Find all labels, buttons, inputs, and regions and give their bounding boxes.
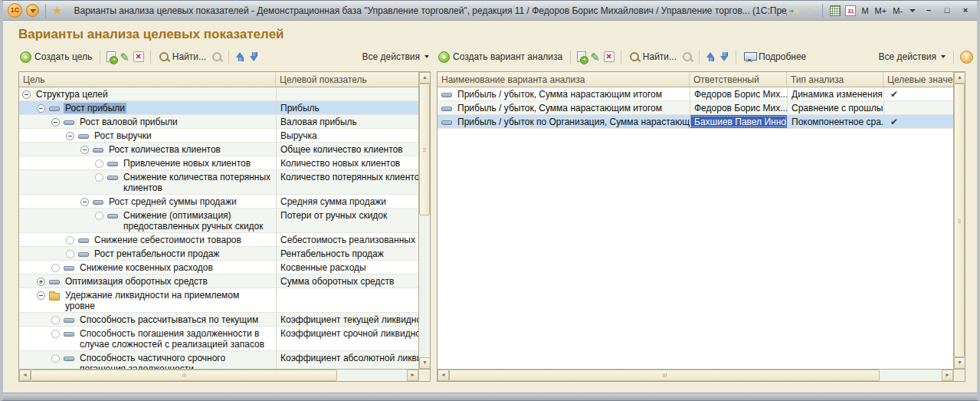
goals-horizontal-scrollbar[interactable]: ◄ ► [19, 369, 418, 381]
move-up-icon[interactable] [706, 51, 716, 62]
column-header-name[interactable]: Наименование варианта анализа [438, 72, 690, 87]
goal-cell[interactable]: Снижение (оптимизация) предоставленных р… [19, 209, 276, 232]
titlebar-more-dropdown-icon[interactable] [910, 9, 916, 12]
scrollbar-track[interactable] [337, 370, 407, 381]
collapse-icon[interactable] [37, 291, 45, 300]
scrollbar-thumb[interactable] [449, 370, 880, 381]
move-down-icon[interactable] [719, 51, 729, 62]
scroll-up-icon[interactable]: ▲ [419, 72, 430, 84]
goal-tree-row[interactable]: Снижение (оптимизация) предоставленных р… [19, 209, 418, 233]
copy-item-icon[interactable] [107, 51, 116, 62]
scrollbar-thumb[interactable] [31, 370, 337, 381]
goal-cell[interactable]: Снижение косвенных расходов [19, 261, 276, 274]
kpi-cell[interactable]: Общее количество клиентов [276, 143, 418, 156]
kpi-cell[interactable]: Средняя сумма продажи [276, 195, 418, 208]
find-button[interactable]: Найти... [628, 51, 678, 63]
goal-tree-row[interactable]: Привлечение новых клиентовКоличество нов… [19, 156, 418, 170]
analysis-type-cell[interactable]: Сравнение с прошлы... [787, 101, 883, 114]
memory-minus-button[interactable]: M- [892, 6, 903, 15]
column-header-target-values[interactable]: Целевые значения [883, 72, 953, 87]
kpi-cell[interactable]: Коэффициент текущей ликвиднос [276, 313, 418, 326]
move-down-icon[interactable] [249, 51, 259, 62]
maximize-button[interactable]: □ [940, 5, 954, 17]
scroll-left-icon[interactable]: ◄ [438, 370, 449, 381]
kpi-cell[interactable]: Коэффициент срочной ликвидност [276, 327, 418, 350]
column-header-type[interactable]: Тип анализа [787, 72, 883, 87]
analysis-horizontal-scrollbar[interactable]: ◄ ► [438, 369, 953, 381]
scroll-right-icon[interactable]: ► [407, 370, 418, 381]
goal-cell[interactable]: Рост выручки [19, 129, 276, 142]
help-button[interactable]: ? [960, 51, 973, 64]
collapse-icon[interactable] [80, 146, 89, 154]
goal-cell[interactable]: Рост валовой прибыли [19, 115, 276, 128]
goals-vertical-scrollbar[interactable]: ▲ ▼ [418, 72, 430, 369]
kpi-cell[interactable]: Косвенные расходы [276, 261, 418, 274]
goal-tree-row[interactable]: Рост средней суммы продажиСредняя сумма … [19, 195, 418, 209]
goal-tree-row[interactable]: Снижение себестоимости товаровСебестоимо… [19, 233, 418, 247]
kpi-cell[interactable]: Рентабельность продаж [276, 247, 418, 260]
calculator-icon[interactable] [830, 5, 841, 16]
system-menu-button[interactable] [26, 4, 39, 17]
goal-cell[interactable]: Снижение себестоимости товаров [19, 233, 276, 246]
kpi-cell[interactable]: Количество новых клиентов [276, 156, 418, 169]
target-values-cell[interactable]: ✔ [883, 115, 953, 128]
kpi-cell[interactable]: Сумма оборотных средств [276, 274, 418, 288]
kpi-cell[interactable] [276, 87, 418, 100]
goal-tree-row[interactable]: Снижение косвенных расходовКосвенные рас… [19, 261, 418, 274]
copy-item-icon[interactable] [577, 51, 586, 62]
window-resize-edge[interactable] [3, 393, 977, 400]
kpi-cell[interactable]: Валовая прибыль [276, 115, 418, 128]
column-header-goal[interactable]: Цель [19, 72, 276, 87]
goal-cell[interactable]: Способность частичного срочного погашени… [19, 351, 276, 369]
goal-cell[interactable]: Рост прибыли [19, 101, 276, 114]
scroll-left-icon[interactable]: ◄ [19, 370, 31, 381]
goal-tree-row[interactable]: Способность рассчитываться по текущимКоэ… [19, 313, 418, 327]
calendar-icon[interactable]: 31 [845, 5, 856, 16]
scroll-up-icon[interactable]: ▲ [954, 72, 965, 84]
goal-tree-row[interactable]: Способность частичного срочного погашени… [19, 351, 418, 369]
delete-icon[interactable]: ✕ [133, 51, 144, 62]
delete-icon[interactable]: ✕ [604, 51, 615, 62]
create-analysis-variant-button[interactable]: + Создать вариант анализа [437, 51, 564, 64]
goal-tree-row[interactable]: Рост количества клиентовОбщее количество… [19, 143, 418, 156]
column-header-responsible[interactable]: Ответственный [690, 72, 787, 87]
goal-cell[interactable]: Оптимизация оборотных средств [19, 274, 276, 288]
collapse-icon[interactable] [80, 198, 89, 206]
move-up-icon[interactable] [235, 51, 245, 62]
edit-pencil-icon[interactable]: ✎ [120, 51, 129, 63]
scrollbar-track[interactable] [419, 215, 430, 357]
kpi-cell[interactable]: Коэффициент абсолютной ликвид [276, 351, 418, 369]
scrollbar-thumb[interactable] [954, 84, 965, 357]
analysis-type-cell[interactable]: Динамика изменения [787, 87, 883, 100]
analysis-name-cell[interactable]: Прибыль / убыток, Сумма нарастающим итог… [438, 87, 690, 100]
goal-cell[interactable]: Рост рентабельности продаж [19, 247, 276, 260]
target-values-cell[interactable] [883, 101, 953, 114]
collapse-icon[interactable] [66, 132, 74, 140]
goal-tree-row[interactable]: Рост рентабельности продажРентабельность… [19, 247, 418, 261]
kpi-cell[interactable]: Себестоимость реализованных то [276, 233, 418, 246]
goal-cell[interactable]: Рост средней суммы продажи [19, 195, 276, 208]
expand-icon[interactable] [37, 278, 45, 286]
goal-cell[interactable]: Структура целей [19, 87, 276, 100]
goal-tree-row[interactable]: Удержание ликвидности на приемлемом уров… [19, 288, 418, 313]
add-favorite-icon[interactable]: ★ [791, 4, 801, 18]
goal-cell[interactable]: Рост количества клиентов [19, 143, 276, 156]
goal-cell[interactable]: Способность рассчитываться по текущим [19, 313, 276, 326]
app-logo-1c[interactable]: 1С [8, 3, 22, 18]
goals-all-actions-button[interactable]: Все действия [361, 51, 431, 63]
analysis-all-actions-button[interactable]: Все действия [877, 51, 947, 63]
goal-tree-row[interactable]: Рост выручкиВыручка [19, 129, 418, 143]
analysis-row[interactable]: Прибыль / убыток, Сумма нарастающим итог… [438, 101, 953, 115]
scrollbar-thumb[interactable] [419, 84, 430, 215]
analysis-name-cell[interactable]: Прибыль / убыток, Сумма нарастающим итог… [438, 101, 690, 114]
goal-cell[interactable]: Привлечение новых клиентов [19, 156, 276, 169]
favorites-star-icon[interactable]: ★ [52, 4, 62, 18]
kpi-cell[interactable]: Потери от ручных скидок [276, 209, 418, 232]
goal-cell[interactable]: Способность погашения задолженности в сл… [19, 327, 276, 350]
details-button[interactable]: Подробнее [742, 51, 808, 63]
kpi-cell[interactable]: Прибыль [276, 101, 418, 114]
responsible-cell[interactable]: Федоров Борис Мих... [690, 87, 787, 100]
scroll-down-icon[interactable]: ▼ [954, 357, 965, 369]
goal-tree-row[interactable]: Способность погашения задолженности в сл… [19, 327, 418, 351]
create-goal-button[interactable]: + Создать цель [18, 51, 93, 64]
